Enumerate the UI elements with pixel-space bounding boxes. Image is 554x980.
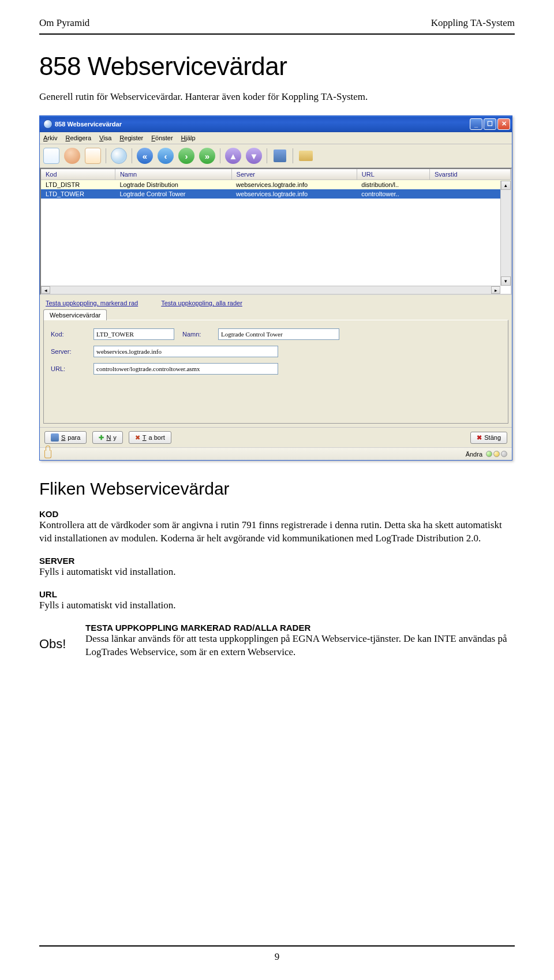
server-input[interactable] <box>93 346 278 357</box>
minimize-button[interactable]: _ <box>470 118 482 130</box>
url-label: URL: <box>51 365 85 372</box>
user-icon[interactable] <box>64 148 80 164</box>
server-heading: SERVER <box>39 556 515 566</box>
menu-arkiv[interactable]: Arkiv <box>43 134 57 141</box>
nav-prev-button[interactable]: ‹ <box>158 148 174 164</box>
intro-paragraph: Generell rutin för Webservicevärdar. Han… <box>39 91 515 103</box>
close-x-icon: ✖ <box>477 434 482 442</box>
test-all-link[interactable]: Testa uppkoppling, alla rader <box>161 300 242 306</box>
edit-icon[interactable] <box>85 148 101 164</box>
toolbar-separator <box>267 148 267 163</box>
horizontal-scrollbar[interactable]: ◂ ▸ <box>41 286 500 294</box>
close-button[interactable]: ✕ <box>497 118 510 130</box>
nav-down-button[interactable]: ▼ <box>246 148 262 164</box>
nav-first-button[interactable]: « <box>137 148 153 164</box>
url-text: Fylls i automatiskt vid installation. <box>39 599 515 612</box>
menu-redigera[interactable]: Redigera <box>65 134 91 141</box>
toolbar-separator <box>220 148 220 163</box>
data-grid[interactable]: Kod Namn Server URL Svarstid LTD_DISTR L… <box>40 168 512 295</box>
delete-icon: ✖ <box>135 434 140 442</box>
lock-icon <box>44 450 51 458</box>
status-bar: Ändra <box>40 447 512 460</box>
tab-webservicevardar[interactable]: Webservicevärdar <box>43 309 107 320</box>
status-dot-grey <box>501 451 507 457</box>
namn-input[interactable] <box>218 328 339 340</box>
obs-heading: TESTA UPPKOPPLING MARKERAD RAD/ALLA RADE… <box>85 623 515 633</box>
plus-icon: ✚ <box>99 434 104 442</box>
footer-rule <box>39 945 515 947</box>
menu-register[interactable]: Register <box>119 134 143 141</box>
col-server[interactable]: Server <box>231 169 357 180</box>
toolbar: « ‹ › » ▲ ▼ <box>40 144 512 168</box>
save-icon <box>51 433 59 442</box>
toolbar-separator <box>106 148 106 163</box>
menubar: Arkiv Redigera Visa Register Fönster Hjä… <box>40 132 512 144</box>
menu-visa[interactable]: Visa <box>99 134 111 141</box>
url-heading: URL <box>39 589 515 599</box>
page-title: 858 Webservicevärdar <box>39 52 515 81</box>
save-icon[interactable] <box>272 148 288 164</box>
obs-label: Obs! <box>39 623 74 659</box>
status-dot-yellow <box>493 451 500 457</box>
app-window: 858 Webservicevärdar _ ☐ ✕ Arkiv Rediger… <box>39 115 512 461</box>
vertical-scrollbar[interactable]: ▴ ▾ <box>500 181 511 286</box>
kod-heading: KOD <box>39 509 515 519</box>
table-row[interactable]: LTD_TOWER Logtrade Control Tower webserv… <box>41 189 511 199</box>
menu-fonster[interactable]: Fönster <box>151 134 173 141</box>
scroll-left-button[interactable]: ◂ <box>41 286 50 294</box>
scroll-right-button[interactable]: ▸ <box>491 286 500 294</box>
tabort-button[interactable]: ✖ Ta bort <box>129 431 171 444</box>
scroll-down-button[interactable]: ▾ <box>501 276 511 286</box>
namn-label: Namn: <box>182 331 210 338</box>
kod-text: Kontrollera att de värdkoder som är angi… <box>39 519 515 545</box>
toolbar-separator <box>132 148 132 163</box>
search-icon[interactable] <box>111 148 127 164</box>
nav-up-button[interactable]: ▲ <box>225 148 241 164</box>
page-header: Om Pyramid Koppling TA-System <box>39 0 515 35</box>
page-number: 9 <box>0 951 554 963</box>
stang-button[interactable]: ✖ Stäng <box>470 432 507 444</box>
test-marked-link[interactable]: Testa uppkoppling, markerad rad <box>46 300 138 306</box>
spara-button[interactable]: Spara <box>44 431 87 444</box>
window-title: 858 Webservicevärdar <box>55 121 470 128</box>
form-panel: Kod: Namn: Server: URL: <box>43 320 508 424</box>
document-icon[interactable] <box>43 148 59 164</box>
nav-next-button[interactable]: › <box>178 148 194 164</box>
url-input[interactable] <box>93 363 278 375</box>
menu-hjalp[interactable]: Hjälp <box>181 134 196 141</box>
maximize-button[interactable]: ☐ <box>484 118 496 130</box>
table-row[interactable]: LTD_DISTR Logtrade Distribution webservi… <box>41 180 511 190</box>
status-dots <box>486 451 507 457</box>
app-icon <box>43 119 53 129</box>
col-url[interactable]: URL <box>357 169 429 180</box>
obs-text: Dessa länkar används för att testa uppko… <box>85 633 515 659</box>
status-dot-green <box>486 451 492 457</box>
stang-label: Stäng <box>484 434 501 441</box>
server-label: Server: <box>51 348 85 355</box>
header-right: Koppling TA-System <box>431 17 515 29</box>
col-namn[interactable]: Namn <box>115 169 231 180</box>
spara-label: para <box>68 434 80 441</box>
server-text: Fylls i automatiskt vid installation. <box>39 566 515 579</box>
nav-last-button[interactable]: » <box>199 148 215 164</box>
scroll-up-button[interactable]: ▴ <box>501 181 511 190</box>
ny-label: y <box>113 434 117 441</box>
col-svarstid[interactable]: Svarstid <box>430 169 511 180</box>
titlebar: 858 Webservicevärdar _ ☐ ✕ <box>40 116 512 132</box>
tabort-label: a bort <box>149 434 165 441</box>
test-links: Testa uppkoppling, markerad rad Testa up… <box>40 295 512 309</box>
header-left: Om Pyramid <box>39 17 89 29</box>
toolbar-separator <box>293 148 293 163</box>
help-book-icon[interactable] <box>298 148 314 164</box>
kod-label: Kod: <box>51 331 85 338</box>
col-kod[interactable]: Kod <box>41 169 115 180</box>
kod-input[interactable] <box>93 328 174 340</box>
ny-button[interactable]: ✚ Ny <box>92 431 122 444</box>
status-andra-label: Ändra <box>466 451 482 458</box>
bottom-bar: Spara ✚ Ny ✖ Ta bort ✖ Stäng <box>40 427 512 447</box>
section-title: Fliken Webservicevärdar <box>39 479 515 499</box>
